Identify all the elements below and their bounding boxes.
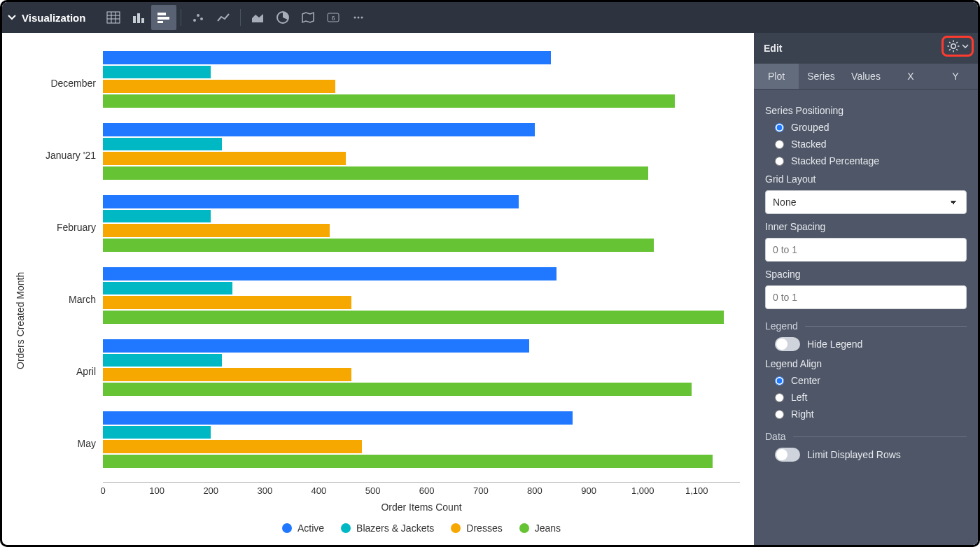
more-viz-button[interactable] [346, 5, 371, 30]
svg-point-17 [354, 17, 356, 19]
edit-panel: Edit Plot Series Values X Y [754, 33, 978, 545]
bar[interactable] [103, 296, 351, 309]
edit-panel-header: Edit [754, 33, 978, 64]
hide-legend-toggle[interactable]: Hide Legend [775, 337, 967, 351]
grid-layout-heading: Grid Layout [765, 173, 967, 185]
bar[interactable] [103, 239, 654, 252]
bar[interactable] [103, 195, 519, 208]
inner-spacing-input[interactable] [765, 238, 967, 262]
bar[interactable] [103, 152, 346, 165]
svg-rect-10 [158, 21, 163, 23]
legend-label: Active [298, 523, 324, 534]
series-pos-stacked-radio[interactable] [775, 140, 784, 149]
bar[interactable] [103, 94, 675, 108]
spacing-input[interactable] [765, 285, 967, 309]
bar[interactable] [103, 282, 232, 295]
main-area: Orders Created Month DecemberJanuary '21… [2, 33, 978, 545]
bars-group [103, 47, 740, 119]
bar[interactable] [103, 339, 529, 353]
bar[interactable] [103, 411, 573, 425]
settings-button[interactable] [941, 36, 974, 57]
tab-series[interactable]: Series [799, 64, 844, 89]
bar[interactable] [103, 123, 535, 136]
tab-x[interactable]: X [888, 64, 933, 89]
tab-y[interactable]: Y [933, 64, 978, 89]
edit-panel-body: Series Positioning Grouped Stacked Stack… [754, 90, 978, 545]
bar[interactable] [103, 354, 222, 367]
map-viz-button[interactable] [295, 5, 321, 30]
visualization-toggle[interactable]: Visualization [8, 12, 92, 24]
series-pos-stacked-pct-radio[interactable] [775, 157, 784, 166]
series-positioning-heading: Series Positioning [765, 105, 967, 116]
area-viz-button[interactable] [245, 5, 270, 30]
legend-item[interactable]: Blazers & Jackets [341, 523, 434, 534]
bars-group [103, 407, 740, 479]
bar[interactable] [103, 166, 648, 180]
x-tick: 100 [149, 485, 164, 496]
tab-values[interactable]: Values [844, 64, 888, 89]
svg-line-27 [949, 49, 951, 50]
bar[interactable] [103, 267, 556, 280]
legend-align-left-radio[interactable] [775, 393, 784, 402]
line-viz-button[interactable] [211, 5, 236, 30]
bar[interactable] [103, 455, 713, 468]
grid-layout-select[interactable]: None [765, 190, 967, 214]
svg-rect-6 [137, 13, 140, 23]
bar[interactable] [103, 383, 692, 396]
visualization-toolbar: Visualization 6 [2, 2, 978, 33]
bar[interactable] [103, 311, 724, 324]
legend-align-right-radio[interactable] [775, 410, 784, 419]
line-chart-icon [216, 11, 230, 24]
legend-align-center-radio[interactable] [775, 376, 784, 385]
category-label: January '21 [26, 150, 103, 161]
data-section-heading: Data [765, 431, 967, 442]
area-chart-icon [251, 11, 265, 24]
toggle-label: Hide Legend [807, 339, 862, 350]
bar[interactable] [103, 80, 335, 93]
legend-section-heading: Legend [765, 320, 967, 332]
legend-align-center[interactable]: Center [775, 375, 967, 386]
pie-viz-button[interactable] [270, 5, 295, 30]
toggle-icon [775, 337, 800, 351]
bar[interactable] [103, 224, 330, 237]
category-label: February [26, 222, 103, 233]
tab-plot[interactable]: Plot [754, 64, 799, 89]
series-pos-stacked[interactable]: Stacked [775, 138, 967, 150]
column-viz-button[interactable] [126, 5, 151, 30]
legend-align-right[interactable]: Right [775, 409, 967, 420]
svg-rect-9 [158, 17, 169, 20]
category-label: December [26, 78, 103, 89]
single-value-viz-button[interactable]: 6 [321, 5, 346, 30]
legend-swatch [519, 523, 529, 533]
y-axis-label: Orders Created Month [12, 47, 26, 538]
series-pos-stacked-pct[interactable]: Stacked Percentage [775, 155, 967, 166]
bar[interactable] [103, 440, 362, 453]
table-viz-button[interactable] [101, 5, 126, 30]
limit-rows-toggle[interactable]: Limit Displayed Rows [775, 448, 967, 462]
bar[interactable] [103, 138, 222, 151]
bar[interactable] [103, 368, 351, 381]
legend-item[interactable]: Active [282, 523, 324, 534]
table-icon [106, 11, 120, 24]
toolbar-divider [181, 9, 181, 26]
scatter-viz-button[interactable] [186, 5, 211, 30]
bar[interactable] [103, 51, 551, 64]
bar-viz-button[interactable] [151, 5, 176, 30]
svg-rect-7 [141, 18, 144, 23]
x-axis: 01002003004005006007008009001,0001,100 [26, 482, 740, 497]
legend-item[interactable]: Dresses [451, 523, 502, 534]
legend-align-left[interactable]: Left [775, 392, 967, 403]
bar[interactable] [103, 426, 211, 439]
bar[interactable] [103, 66, 211, 79]
x-tick: 500 [365, 485, 381, 496]
legend-swatch [282, 523, 292, 533]
x-axis-track: 01002003004005006007008009001,0001,100 [103, 482, 740, 497]
bar[interactable] [103, 210, 211, 223]
svg-rect-8 [158, 13, 166, 15]
bars-group [103, 263, 740, 335]
legend-item[interactable]: Jeans [519, 523, 561, 534]
series-pos-grouped[interactable]: Grouped [775, 122, 967, 133]
series-pos-grouped-radio[interactable] [775, 123, 784, 132]
visualization-title: Visualization [22, 12, 85, 24]
x-tick: 1,000 [631, 485, 654, 496]
